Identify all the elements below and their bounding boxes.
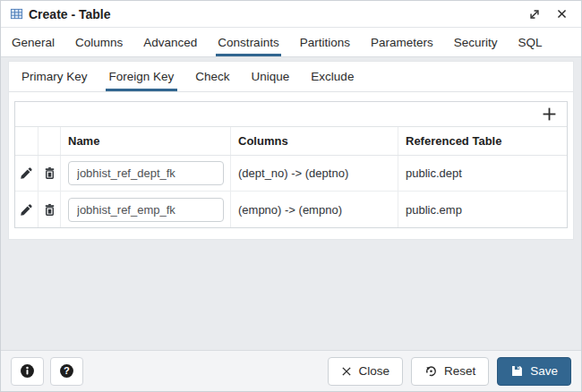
dialog-title: Create - Table	[29, 7, 111, 21]
add-foreign-key-button[interactable]	[539, 105, 559, 124]
name-cell	[61, 156, 231, 191]
grid-toolbar	[15, 102, 567, 127]
delete-trash-icon[interactable]	[39, 192, 61, 227]
tab-security[interactable]: Security	[452, 28, 500, 56]
dialog-footer: ? Close Reset Save	[1, 350, 581, 391]
columns-cell: (empno) -> (empno)	[231, 192, 398, 227]
tab-constraints[interactable]: Constraints	[216, 28, 280, 56]
close-button[interactable]: Close	[328, 357, 403, 386]
tab-partitions[interactable]: Partitions	[298, 28, 352, 56]
create-table-dialog: Create - Table General Columns Advanced …	[0, 0, 582, 392]
main-tab-bar: General Columns Advanced Constraints Par…	[1, 28, 581, 57]
header-edit-column	[15, 127, 39, 155]
table-row: (dept_no) -> (deptno) public.dept	[15, 156, 567, 192]
tab-parameters[interactable]: Parameters	[369, 28, 435, 56]
header-referenced-table: Referenced Table	[398, 127, 567, 155]
constraint-sub-tab-bar: Primary Key Foreign Key Check Unique Exc…	[9, 62, 573, 92]
table-icon	[10, 7, 23, 21]
subtab-primary-key[interactable]: Primary Key	[18, 62, 91, 91]
edit-pencil-icon[interactable]	[15, 192, 39, 227]
subtab-foreign-key[interactable]: Foreign Key	[106, 62, 178, 91]
edit-pencil-icon[interactable]	[15, 156, 39, 191]
tab-columns[interactable]: Columns	[73, 28, 124, 56]
reset-button-label: Reset	[444, 364, 475, 378]
grid-header-row: Name Columns Referenced Table	[15, 127, 567, 156]
table-row: (empno) -> (empno) public.emp	[15, 192, 567, 227]
save-floppy-icon	[510, 364, 524, 378]
tab-general[interactable]: General	[10, 28, 56, 56]
close-icon[interactable]	[552, 5, 570, 23]
name-cell	[61, 192, 231, 227]
referenced-table-cell: public.emp	[398, 192, 567, 227]
reset-icon	[424, 364, 438, 378]
constraint-name-input[interactable]	[68, 161, 224, 185]
header-columns: Columns	[231, 127, 398, 155]
subtab-exclude[interactable]: Exclude	[307, 62, 357, 91]
constraints-panel: Primary Key Foreign Key Check Unique Exc…	[8, 61, 574, 240]
foreign-key-grid: Name Columns Referenced Table (dept_no) …	[14, 101, 568, 228]
reset-button[interactable]: Reset	[411, 357, 489, 386]
svg-text:?: ?	[64, 365, 70, 376]
subtab-check[interactable]: Check	[192, 62, 233, 91]
tab-sql[interactable]: SQL	[516, 28, 543, 56]
help-icon[interactable]: ?	[50, 357, 83, 386]
header-delete-column	[39, 127, 61, 155]
delete-trash-icon[interactable]	[39, 156, 61, 191]
referenced-table-cell: public.dept	[398, 156, 567, 191]
expand-icon[interactable]	[526, 5, 543, 23]
close-x-icon	[341, 366, 352, 377]
header-name: Name	[61, 127, 231, 155]
title-bar: Create - Table	[1, 1, 581, 28]
tab-advanced[interactable]: Advanced	[141, 28, 199, 56]
constraint-name-input[interactable]	[68, 198, 224, 222]
columns-cell: (dept_no) -> (deptno)	[231, 156, 398, 191]
dialog-body: Primary Key Foreign Key Check Unique Exc…	[1, 57, 581, 350]
save-button[interactable]: Save	[497, 357, 571, 386]
subtab-unique[interactable]: Unique	[248, 62, 294, 91]
save-button-label: Save	[530, 364, 558, 378]
info-icon[interactable]	[11, 357, 44, 386]
close-button-label: Close	[358, 364, 389, 378]
